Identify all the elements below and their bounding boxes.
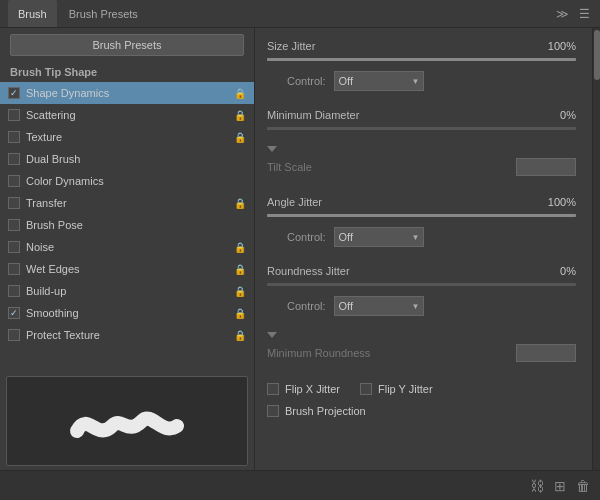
tab-brush[interactable]: Brush [8, 0, 57, 27]
brush-item-protect-texture[interactable]: Protect Texture 🔒 [0, 324, 254, 346]
angle-jitter-section: Angle Jitter 100% Control: Off ▼ [255, 188, 588, 261]
brush-item-noise[interactable]: Noise 🔒 [0, 236, 254, 258]
brush-projection-row: Brush Projection [267, 402, 576, 420]
tab-brush-presets[interactable]: Brush Presets [59, 0, 148, 27]
roundness-jitter-slider[interactable] [267, 283, 576, 286]
checkboxes-section: Flip X Jitter Flip Y Jitter Brush Projec… [255, 374, 588, 428]
min-roundness-row: Minimum Roundness [267, 340, 576, 366]
lock-icon-protect-texture: 🔒 [234, 330, 246, 341]
lock-icon-smoothing: 🔒 [234, 308, 246, 319]
checkbox-color-dynamics[interactable] [8, 175, 20, 187]
brush-item-color-dynamics[interactable]: Color Dynamics [0, 170, 254, 192]
brush-item-wet-edges[interactable]: Wet Edges 🔒 [0, 258, 254, 280]
checkbox-protect-texture[interactable] [8, 329, 20, 341]
expand-icon[interactable]: ≫ [554, 5, 571, 23]
brush-item-transfer[interactable]: Transfer 🔒 [0, 192, 254, 214]
brush-item-smoothing[interactable]: Smoothing 🔒 [0, 302, 254, 324]
tilt-scale-input[interactable] [516, 158, 576, 176]
lock-icon-texture: 🔒 [234, 132, 246, 143]
brush-item-shape-dynamics[interactable]: Shape Dynamics 🔒 [0, 82, 254, 104]
flip-x-jitter-checkbox[interactable] [267, 383, 279, 395]
size-jitter-slider[interactable] [267, 58, 576, 61]
size-jitter-fill [267, 58, 576, 61]
brush-preview [6, 376, 248, 466]
checkbox-noise[interactable] [8, 241, 20, 253]
angle-jitter-control-row: Control: Off ▼ [267, 223, 576, 253]
angle-jitter-row: Angle Jitter 100% [267, 192, 576, 212]
roundness-jitter-control-select[interactable]: Off [334, 296, 424, 316]
menu-icon[interactable]: ☰ [577, 5, 592, 23]
size-jitter-section: Size Jitter 100% Control: Off ▼ [255, 28, 588, 105]
min-roundness-input[interactable] [516, 344, 576, 362]
size-jitter-value: 100% [541, 40, 576, 52]
brush-item-buildup[interactable]: Build-up 🔒 [0, 280, 254, 302]
angle-jitter-label: Angle Jitter [267, 196, 541, 208]
roundness-jitter-control-row: Control: Off ▼ [267, 292, 576, 322]
lock-icon-buildup: 🔒 [234, 286, 246, 297]
flip-x-jitter-row: Flip X Jitter [267, 380, 340, 398]
brush-item-brush-pose[interactable]: Brush Pose [0, 214, 254, 236]
angle-jitter-control-select[interactable]: Off [334, 227, 424, 247]
tilt-scale-row: Tilt Scale [267, 154, 576, 180]
brush-list: Shape Dynamics 🔒 Scattering 🔒 Texture 🔒 [0, 82, 254, 372]
checkbox-smoothing[interactable] [8, 307, 20, 319]
roundness-jitter-value: 0% [541, 265, 576, 277]
tilt-section-arrow[interactable] [267, 146, 277, 152]
brush-projection-checkbox[interactable] [267, 405, 279, 417]
size-jitter-control-row: Control: Off ▼ [267, 67, 576, 97]
min-diameter-slider[interactable] [267, 127, 576, 130]
min-diameter-label: Minimum Diameter [267, 109, 541, 121]
min-roundness-arrow[interactable] [267, 332, 277, 338]
lock-icon-noise: 🔒 [234, 242, 246, 253]
right-panel: Size Jitter 100% Control: Off ▼ [255, 28, 600, 470]
angle-jitter-slider[interactable] [267, 214, 576, 217]
size-jitter-control-label: Control: [287, 75, 326, 87]
bottom-bar: ⛓ ⊞ 🗑 [0, 470, 600, 500]
tilt-scale-label: Tilt Scale [267, 161, 516, 173]
flip-x-jitter-label: Flip X Jitter [285, 383, 340, 395]
tab-bar: Brush Brush Presets ≫ ☰ [0, 0, 600, 28]
brush-stroke-svg [67, 391, 187, 451]
lock-icon-transfer: 🔒 [234, 198, 246, 209]
checkbox-scattering[interactable] [8, 109, 20, 121]
flip-y-jitter-label: Flip Y Jitter [378, 383, 433, 395]
checkbox-texture[interactable] [8, 131, 20, 143]
checkbox-wet-edges[interactable] [8, 263, 20, 275]
min-roundness-section: Minimum Roundness [255, 332, 588, 374]
angle-jitter-control-label: Control: [287, 231, 326, 243]
flip-y-jitter-row: Flip Y Jitter [360, 380, 433, 398]
right-scrollbar-thumb [594, 30, 600, 80]
roundness-jitter-control-label: Control: [287, 300, 326, 312]
brush-item-scattering[interactable]: Scattering 🔒 [0, 104, 254, 126]
brush-item-dual-brush[interactable]: Dual Brush [0, 148, 254, 170]
lock-icon-wet-edges: 🔒 [234, 264, 246, 275]
flip-y-jitter-checkbox[interactable] [360, 383, 372, 395]
checkbox-dual-brush[interactable] [8, 153, 20, 165]
link-icon[interactable]: ⛓ [530, 478, 544, 494]
checkbox-brush-pose[interactable] [8, 219, 20, 231]
grid-icon[interactable]: ⊞ [554, 478, 566, 494]
brush-item-texture[interactable]: Texture 🔒 [0, 126, 254, 148]
left-panel: Brush Presets Brush Tip Shape Shape Dyna… [0, 28, 255, 470]
size-jitter-label: Size Jitter [267, 40, 541, 52]
main-content: Brush Presets Brush Tip Shape Shape Dyna… [0, 28, 600, 470]
min-diameter-value: 0% [541, 109, 576, 121]
right-scrollbar[interactable] [592, 28, 600, 470]
angle-jitter-fill [267, 214, 576, 217]
checkbox-buildup[interactable] [8, 285, 20, 297]
main-panel: Brush Brush Presets ≫ ☰ Brush Presets Br… [0, 0, 600, 500]
tilt-scale-section: Tilt Scale [255, 146, 588, 188]
brush-presets-button[interactable]: Brush Presets [10, 34, 244, 56]
angle-jitter-value: 100% [541, 196, 576, 208]
checkbox-transfer[interactable] [8, 197, 20, 209]
min-diameter-row: Minimum Diameter 0% [267, 105, 576, 125]
roundness-jitter-label: Roundness Jitter [267, 265, 541, 277]
lock-icon-scattering: 🔒 [234, 110, 246, 121]
roundness-jitter-row: Roundness Jitter 0% [267, 261, 576, 281]
min-roundness-label: Minimum Roundness [267, 347, 516, 359]
list-icon[interactable]: 🗑 [576, 478, 590, 494]
lock-icon-shape-dynamics: 🔒 [234, 88, 246, 99]
checkbox-shape-dynamics[interactable] [8, 87, 20, 99]
size-jitter-control-select[interactable]: Off [334, 71, 424, 91]
roundness-jitter-section: Roundness Jitter 0% Control: Off ▼ [255, 261, 588, 330]
